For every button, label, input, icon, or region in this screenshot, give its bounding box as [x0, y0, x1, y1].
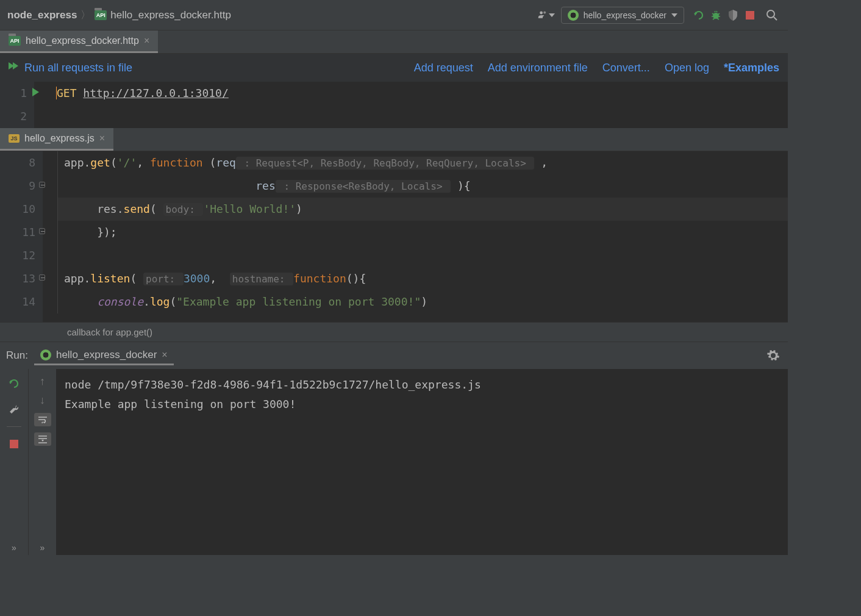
line-number: 12	[22, 249, 35, 262]
code-breadcrumb[interactable]: callback for app.get()	[0, 322, 788, 342]
coverage-icon[interactable]	[724, 7, 741, 24]
breadcrumb-project[interactable]: node_express	[7, 9, 77, 21]
main-toolbar: node_express 〉 API hello_express_docker.…	[0, 0, 788, 30]
run-left-toolbar: »	[0, 369, 28, 555]
svg-point-1	[767, 10, 774, 18]
js-editor-tabbar: JS hello_express.js ×	[0, 128, 788, 151]
http-editor[interactable]: 1 2 GET http://127.0.0.1:3010/	[0, 82, 788, 128]
run-panel-header: Run: hello_express_docker ×	[0, 342, 788, 369]
api-file-icon: API	[9, 36, 21, 46]
run-request-icon[interactable]	[32, 88, 39, 96]
run-all-icon	[9, 62, 20, 73]
http-method: GET	[57, 87, 77, 99]
line-number: 13	[22, 272, 35, 285]
http-actions-bar: Run all requests in file Add request Add…	[0, 54, 788, 82]
tab-js-file[interactable]: JS hello_express.js ×	[0, 128, 113, 151]
console-output[interactable]: node /tmp/9f738e30-f2d8-4986-94f1-1d522b…	[56, 369, 788, 555]
soft-wrap-icon[interactable]	[34, 413, 51, 426]
user-icon[interactable]	[538, 7, 555, 24]
svg-point-0	[713, 13, 719, 19]
code-area[interactable]: GET http://127.0.0.1:3010/	[34, 82, 788, 128]
console-line: node /tmp/9f738e30-f2d8-4986-94f1-1d522b…	[65, 375, 779, 395]
inlay-hint: : Response<ResBody, Locals>	[276, 180, 451, 193]
settings-icon[interactable]	[765, 347, 782, 364]
run-tab[interactable]: hello_express_docker ×	[34, 346, 174, 365]
fold-icon[interactable]	[39, 182, 45, 188]
close-icon[interactable]: ×	[144, 35, 149, 46]
convert-link[interactable]: Convert...	[602, 62, 650, 74]
gutter: 8 9 10 11 12 13 14	[0, 151, 43, 322]
line-number: 1	[20, 87, 27, 99]
line-number: 8	[29, 156, 35, 169]
breadcrumb-file[interactable]: hello_express_docker.http	[110, 9, 231, 21]
js-editor[interactable]: 8 9 10 11 12 13 14 app.get('/', function…	[0, 151, 788, 322]
run-panel: Run: hello_express_docker × » ↑ ↓ »	[0, 342, 788, 555]
nodejs-icon	[568, 10, 579, 21]
open-log-link[interactable]: Open log	[665, 62, 709, 74]
tab-label: hello_express_docker.http	[26, 35, 139, 46]
wrench-icon[interactable]	[5, 401, 23, 418]
expand-icon[interactable]: »	[0, 540, 28, 555]
down-arrow-icon[interactable]: ↓	[40, 394, 45, 407]
breadcrumb: node_express 〉 API hello_express_docker.…	[7, 8, 231, 22]
line-number: 2	[20, 110, 27, 123]
run-configuration-dropdown[interactable]: hello_express_docker	[561, 7, 684, 24]
run-console-toolbar: ↑ ↓ »	[28, 369, 56, 555]
rerun-icon[interactable]	[690, 7, 707, 24]
run-all-label: Run all requests in file	[24, 62, 132, 74]
search-icon[interactable]	[763, 7, 781, 24]
stop-icon	[10, 440, 18, 448]
up-arrow-icon[interactable]: ↑	[40, 375, 45, 388]
tab-http-file[interactable]: API hello_express_docker.http ×	[0, 30, 158, 53]
js-file-icon: JS	[9, 134, 20, 143]
nodejs-icon	[40, 349, 51, 360]
run-config-name: hello_express_docker	[584, 10, 666, 20]
inlay-hint: hostname:	[230, 273, 293, 285]
chevron-right-icon: 〉	[80, 8, 91, 22]
line-number: 11	[22, 226, 35, 238]
examples-link[interactable]: *Examples	[724, 62, 779, 74]
stop-button[interactable]	[5, 435, 23, 453]
stop-icon	[746, 11, 754, 20]
inlay-hint: body:	[163, 203, 204, 216]
fold-icon[interactable]	[39, 228, 45, 234]
run-tab-name: hello_express_docker	[56, 349, 157, 361]
line-number: 10	[22, 202, 35, 215]
add-request-link[interactable]: Add request	[414, 62, 473, 74]
http-url[interactable]: http://127.0.0.1:3010/	[83, 87, 228, 99]
debug-icon[interactable]	[707, 7, 724, 24]
gutter: 1 2	[0, 82, 34, 128]
run-all-button[interactable]: Run all requests in file	[9, 62, 132, 74]
svg-line-2	[774, 17, 777, 20]
fold-icon[interactable]	[39, 274, 45, 281]
rerun-icon[interactable]	[5, 375, 23, 392]
add-env-link[interactable]: Add environment file	[488, 62, 588, 74]
expand-icon[interactable]: »	[29, 540, 57, 555]
close-icon[interactable]: ×	[99, 133, 105, 144]
tab-label: hello_express.js	[24, 133, 95, 144]
http-editor-tabbar: API hello_express_docker.http ×	[0, 30, 788, 54]
stop-button[interactable]	[741, 7, 759, 24]
run-label: Run:	[6, 349, 28, 362]
chevron-down-icon	[671, 13, 677, 17]
chevron-down-icon	[549, 13, 555, 17]
console-line: Example app listening on port 3000!	[65, 395, 779, 414]
line-number: 9	[29, 179, 35, 192]
close-icon[interactable]: ×	[162, 349, 167, 360]
api-file-icon: API	[95, 10, 107, 20]
inlay-hint: : Request<P, ResBody, ReqBody, ReqQuery,…	[236, 157, 535, 170]
scroll-end-icon[interactable]	[34, 432, 51, 446]
code-area[interactable]: app.get('/', function (req : Request<P, …	[43, 151, 788, 322]
line-number: 14	[22, 295, 35, 308]
inlay-hint: port:	[143, 273, 184, 285]
